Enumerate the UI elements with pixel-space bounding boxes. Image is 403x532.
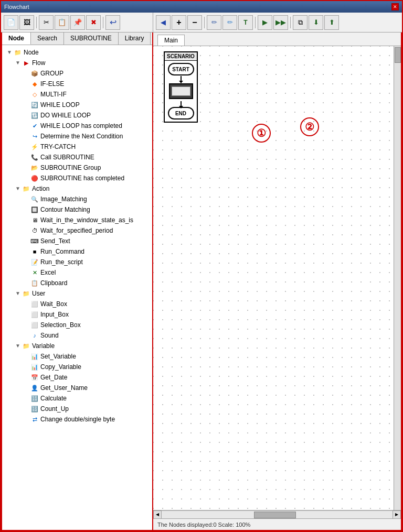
cut-btn[interactable]: ✂ [39,15,54,30]
copy2-btn[interactable]: ⧉ [293,15,307,30]
item-icon: 🔴 [30,174,39,182]
edit1-btn[interactable]: ✏ [207,15,221,30]
expand-icon: ▼ [15,60,21,66]
spacer [23,374,29,381]
tree-label: Call SUBROUTINE [40,153,94,162]
tree-item-inputbox[interactable]: ⬜ Input_Box [2,309,152,320]
nav2-btn[interactable]: ▶▶ [273,15,288,30]
tree-item-clipboard[interactable]: 📋 Clipboard [2,278,152,288]
spacer [23,248,29,255]
new-file-btn[interactable]: 📄 [4,15,18,30]
nav1-btn[interactable]: ▶ [258,15,272,30]
scroll-left-btn[interactable]: ◀ [153,511,162,519]
tree-item-changebyte[interactable]: ⇄ Change double/single byte [2,414,152,425]
tree-item-dowhileloop[interactable]: 🔃 DO WHILE LOOP [2,110,152,121]
tab-main[interactable]: Main [157,35,185,46]
image-btn[interactable]: 🖼 [19,15,34,30]
close-button[interactable]: ✕ [391,3,399,10]
tree-label: Copy_Variable [40,362,81,372]
tree-item-multiif[interactable]: ◇ MULTI-IF [2,89,152,100]
undo-btn[interactable]: ↩ [105,15,120,30]
tree-item-subcompleted[interactable]: 🔴 SUBROUTINE has completed [2,173,152,183]
tree-variable-group[interactable]: ▼ 📁 Variable [2,341,152,351]
folder-icon: 📁 [22,342,30,350]
item-icon: 📅 [30,373,39,382]
item-icon: 📝 [30,258,39,266]
tree-item-sendtext[interactable]: ⌨ Send_Text [2,236,152,246]
canvas-area: ① ② SCENARIO START [153,46,401,510]
copy-btn[interactable]: 📋 [55,15,69,30]
export-btn[interactable]: ⬆ [324,15,339,30]
tree-label: SUBROUTINE Group [40,163,101,172]
scroll-thumb[interactable] [254,512,296,518]
tree-label: TRY-CATCH [40,142,76,151]
tab-subroutine[interactable]: SUBROUTINE [64,32,119,45]
back-btn[interactable]: ◀ [156,15,171,30]
item-icon: ⏱ [30,226,39,235]
tree-item-waitperiod[interactable]: ⏱ Wait_for_specified_period [2,225,152,236]
tree-item-waitwindow[interactable]: 🖥 Wait_in_the_window_state_as_is [2,215,152,225]
spacer [23,395,29,401]
tree-item-contour[interactable]: 🔲 Contour Matching [2,204,152,215]
item-icon: ♪ [30,331,39,340]
delete-btn[interactable]: ✖ [86,15,101,30]
paste-btn[interactable]: 📌 [70,15,85,30]
title-bar: Flowchart ✕ [1,1,402,13]
bottom-scrollbar[interactable]: ◀ ▶ [153,510,401,518]
tree-label: SUBROUTINE has completed [40,173,124,183]
scroll-right-btn[interactable]: ▶ [393,511,401,519]
tree-node-root[interactable]: ▼ 📁 Node [2,47,152,58]
tree-label: Selection_Box [40,320,81,330]
item-icon: ⚡ [30,143,39,151]
spacer [23,385,29,391]
tree-label: Change double/single byte [40,415,115,424]
tree-action-group[interactable]: ▼ 📁 Action [2,183,152,194]
import-btn[interactable]: ⬇ [309,15,323,30]
vertical-scrollbar[interactable] [394,46,401,510]
tree-user-group[interactable]: ▼ 📁 User [2,288,152,299]
tab-search[interactable]: Search [31,32,64,45]
scrollbar-thumb[interactable] [395,47,401,63]
tree-item-subgroup[interactable]: 📂 SUBROUTINE Group [2,162,152,173]
tree-item-getusername[interactable]: 👤 Get_User_Name [2,383,152,393]
tree-item-trycatch[interactable]: ⚡ TRY-CATCH [2,142,152,152]
tree-item-whilecompleted[interactable]: ✔ WHILE LOOP has completed [2,121,152,131]
tree-label: GROUP [40,69,63,78]
tree-item-group[interactable]: 📦 GROUP [2,68,152,79]
tab-library[interactable]: Library [119,32,151,45]
tree-item-setvariable[interactable]: 📊 Set_Variable [2,351,152,362]
tree-item-determine[interactable]: ↪ Determine the Next Condition [2,131,152,142]
spacer [23,123,29,129]
text-btn[interactable]: T [238,15,253,30]
tree-item-calculate[interactable]: 🔢 Calculate [2,393,152,404]
tree-label: Image_Matching [40,194,87,204]
tree-item-whileloop[interactable]: 🔄 WHILE LOOP [2,100,152,110]
edit2-btn[interactable]: ✏ [222,15,237,30]
tree-item-runcommand[interactable]: ■ Run_Command [2,246,152,257]
tree-label: Flow [32,58,45,68]
badge-label: ① [257,127,266,139]
scroll-track[interactable] [162,511,393,518]
tree-item-countup[interactable]: 🔢 Count_Up [2,404,152,414]
tree-item-excel[interactable]: ✕ Excel [2,267,152,278]
tree-item-getdate[interactable]: 📅 Get_Date [2,372,152,383]
tree-item-selectionbox[interactable]: ⬜ Selection_Box [2,320,152,330]
tree-item-sound[interactable]: ♪ Sound [2,330,152,341]
item-icon: 🔢 [30,394,39,403]
tree-item-runscript[interactable]: 📝 Run_the_script [2,257,152,267]
zoom-in-btn[interactable]: + [172,15,186,30]
tree-item-waitbox[interactable]: ⬜ Wait_Box [2,299,152,309]
tree-flow-group[interactable]: ▼ ▶ Flow [2,58,152,68]
tree-label: Action [32,184,49,193]
tree-label: Get_Date [40,373,67,382]
zoom-out-btn[interactable]: − [187,15,202,30]
tree-item-callsub[interactable]: 📞 Call SUBROUTINE [2,152,152,162]
tree-item-ifelse[interactable]: ◆ IF-ELSE [2,79,152,89]
tree-item-copyvariable[interactable]: 📊 Copy_Variable [2,362,152,372]
tree-item-imagematch[interactable]: 🔍 Image_Matching [2,194,152,204]
toolbar-sep-2 [103,17,103,28]
tree-label: Wait_for_specified_period [40,226,113,235]
tree-label: Contour Matching [40,205,90,214]
tab-node[interactable]: Node [2,32,31,45]
right-panel: Main ① ② [153,32,402,531]
